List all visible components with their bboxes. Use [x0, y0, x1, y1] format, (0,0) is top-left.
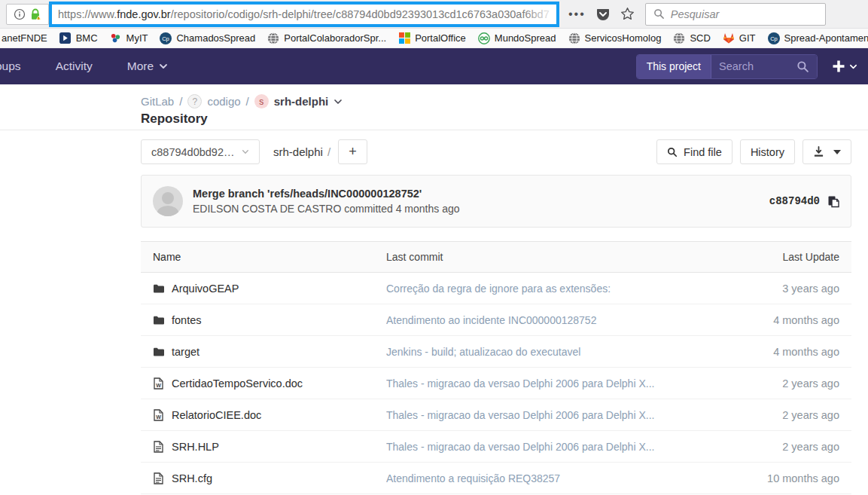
column-header-last-commit: Last commit — [386, 251, 726, 263]
last-update-time: 2 years ago — [726, 441, 839, 453]
pocket-icon[interactable] — [596, 8, 610, 21]
last-commit-message-link[interactable]: Correção da regra de ignore para as exte… — [386, 283, 726, 295]
ref-switcher-dropdown[interactable]: c88794d0bd9239... — [141, 139, 260, 164]
site-identity-box[interactable] — [6, 4, 49, 25]
svg-text:Cp: Cp — [163, 35, 170, 42]
history-button[interactable]: History — [740, 139, 795, 164]
tree-row-relatoriociee-doc: WRelatorioCIEE.docThales - migracao da v… — [141, 399, 851, 431]
nav-item-groups[interactable]: oups — [0, 60, 38, 73]
folder-icon — [153, 314, 165, 326]
history-label: History — [751, 146, 784, 158]
text-file-icon — [153, 441, 165, 453]
bookmark-label: SCD — [690, 32, 710, 44]
file-name-link[interactable]: RelatorioCIEE.doc — [172, 409, 261, 421]
nav-item-activity[interactable]: Activity — [38, 60, 109, 73]
bookmark-chamadosspread[interactable]: CpChamadosSpread — [154, 31, 260, 46]
bookmark-anetfnde[interactable]: anetFNDE — [2, 31, 53, 45]
file-name-link[interactable]: target — [172, 346, 199, 358]
copy-to-clipboard-icon[interactable] — [827, 195, 839, 208]
ref-label: c88794d0bd9239... — [151, 146, 236, 158]
file-tree-table: Name Last commit Last Update ArquivoGEAP… — [141, 241, 851, 494]
browser-search-placeholder: Pesquisar — [671, 8, 719, 20]
file-name-link[interactable]: CertidaoTempoServico.doc — [172, 377, 303, 390]
cp-favicon-icon: Cp — [160, 32, 172, 44]
download-icon — [813, 146, 824, 157]
office-favicon-icon — [398, 32, 410, 44]
bookmark-bmc[interactable]: BMC — [54, 31, 103, 46]
chevron-down-icon — [159, 62, 168, 71]
cp-favicon-icon: Cp — [768, 32, 780, 44]
svg-text:W: W — [156, 414, 161, 420]
commit-sha[interactable]: c88794d0 — [769, 195, 820, 207]
project-search-input[interactable]: Search — [711, 55, 817, 78]
tree-toolbar: c88794d0bd9239... srh-delphi/ + Find fil… — [141, 139, 851, 164]
find-file-label: Find file — [684, 146, 722, 158]
last-commit-message-link[interactable]: Jenkins - build; atualizacao do executav… — [386, 346, 726, 358]
bookmark-label: BMC — [76, 32, 98, 44]
bookmark-mundospread[interactable]: MundoSpread — [473, 31, 562, 46]
last-commit-message-link[interactable]: Thales - migracao da versao Delphi 2006 … — [386, 441, 726, 453]
commit-title-link[interactable]: Merge branch 'refs/heads/INC000000128752… — [193, 188, 460, 200]
breadcrumb-gitlab[interactable]: GitLab — [141, 95, 174, 108]
chevron-down-icon[interactable] — [333, 97, 343, 106]
bookmark-portaloffice[interactable]: PortalOffice — [393, 31, 471, 46]
globe-favicon-icon — [568, 32, 580, 44]
nav-item-label: More — [127, 60, 154, 73]
lock-warning-icon[interactable] — [29, 8, 42, 20]
find-file-button[interactable]: Find file — [656, 139, 732, 164]
tree-row-arquivogeap: ArquivoGEAPCorreção da regra de ignore p… — [141, 273, 851, 304]
last-commit-message-link[interactable]: Atendimento a requisição REQ38257 — [386, 472, 726, 484]
file-name-link[interactable]: SRH.cfg — [172, 472, 212, 484]
page-actions-icon[interactable]: ••• — [568, 8, 586, 21]
word-document-icon: W — [153, 377, 165, 390]
url-overflow-fade — [522, 5, 556, 24]
bookmark-label: PortalOffice — [415, 32, 466, 44]
browser-toolbar: https://www.fnde.gov.br/repositorio/codi… — [0, 0, 868, 29]
bookmark-servicoshomolog[interactable]: ServicosHomolog — [563, 31, 667, 46]
repo-path-link[interactable]: srh-delphi — [273, 145, 323, 158]
bmc-favicon-icon — [59, 32, 72, 44]
last-update-time: 10 months ago — [726, 472, 839, 484]
bookmark-label: ChamadosSpread — [176, 32, 255, 44]
this-project-button[interactable]: This project — [637, 55, 711, 78]
url-bar[interactable]: https://www.fnde.gov.br/repositorio/codi… — [49, 2, 559, 27]
avatar — [153, 186, 183, 216]
project-search-placeholder: Search — [719, 60, 754, 72]
last-commit-box: Merge branch 'refs/heads/INC000000128752… — [141, 175, 851, 228]
download-dropdown-button[interactable] — [803, 139, 851, 164]
mundo-favicon-icon — [478, 32, 490, 44]
last-update-time: 3 years ago — [726, 283, 839, 295]
file-name-link[interactable]: ArquivoGEAP — [172, 283, 239, 295]
file-name-link[interactable]: fontes — [172, 314, 202, 326]
globe-favicon-icon — [267, 32, 279, 44]
bookmark-scd[interactable]: SCD — [668, 31, 715, 46]
bookmark-label: ServicosHomolog — [585, 32, 662, 44]
url-domain: fnde.gov.br — [117, 8, 170, 20]
word-document-icon: W — [153, 409, 165, 421]
file-name-link[interactable]: SRH.HLP — [172, 441, 219, 453]
bookmark-myit[interactable]: MyIT — [105, 31, 154, 46]
bookmark-star-icon[interactable] — [620, 7, 635, 21]
url-path: /repositorio/codigo/srh-delphi/tree/c887… — [171, 8, 550, 20]
new-menu-button[interactable] — [831, 59, 857, 74]
search-icon — [796, 60, 809, 73]
last-commit-message-link[interactable]: Thales - migracao da versao Delphi 2006 … — [386, 377, 726, 390]
breadcrumb-project[interactable]: srh-delphi — [274, 95, 329, 108]
add-file-button[interactable]: + — [338, 139, 367, 164]
bookmark-git[interactable]: GIT — [717, 31, 761, 46]
last-commit-message-link[interactable]: Atendimento ao incidente INC000000128752 — [386, 314, 726, 326]
commit-author[interactable]: EDILSON COSTA DE CASTRO — [193, 203, 341, 215]
bookmark-portalcolaboradorspr-[interactable]: PortalColaboradorSpr... — [262, 31, 391, 46]
project-search-group: This project Search — [636, 54, 818, 79]
browser-search-box[interactable]: Pesquisar — [645, 3, 826, 26]
bookmark-spread-apontamento[interactable]: CpSpread-Apontamento — [763, 31, 868, 46]
plus-icon: + — [349, 144, 357, 160]
last-commit-message-link[interactable]: Thales - migracao da versao Delphi 2006 … — [386, 409, 726, 421]
info-icon[interactable] — [14, 8, 26, 20]
breadcrumb-group[interactable]: codigo — [207, 95, 240, 108]
breadcrumb: GitLab / ? codigo / s srh-delphi — [141, 94, 868, 108]
tree-row-certidaotemposervico-doc: WCertidaoTempoServico.docThales - migrac… — [141, 368, 851, 399]
nav-item-more[interactable]: More — [109, 60, 184, 73]
breadcrumb-separator: / — [246, 95, 249, 108]
chevron-down-icon — [849, 63, 857, 71]
